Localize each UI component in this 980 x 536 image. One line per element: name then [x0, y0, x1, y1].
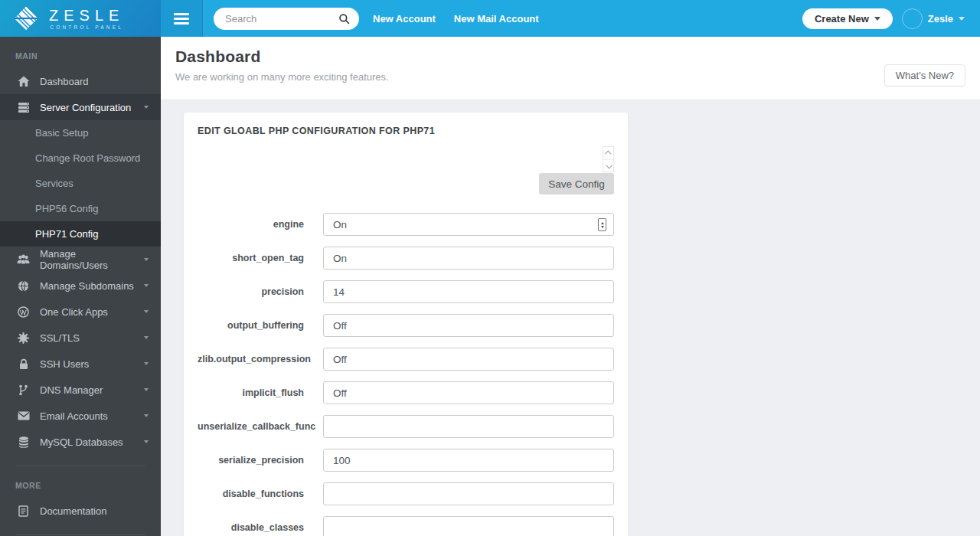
sidebar-item-server-configuration[interactable]: Server Configuration — [0, 94, 161, 120]
field-label: engine — [198, 219, 323, 230]
users-icon — [17, 253, 30, 266]
topbar-links: New Account New Mail Account — [373, 0, 539, 37]
page-header: Dashboard We are working on many more ex… — [161, 37, 980, 100]
field-label: disable_classes — [198, 522, 323, 533]
precision-input[interactable] — [323, 280, 614, 303]
field-label: output_buffering — [198, 320, 323, 331]
sidebar-item-ssh-users[interactable]: SSH Users — [0, 351, 161, 377]
form-row-disable-classes: disable_classes — [198, 516, 614, 536]
search-input[interactable] — [225, 13, 338, 25]
chevron-down-icon — [144, 336, 149, 339]
content: EDIT GLOABL PHP CONFIGURATION FOR PHP71 … — [161, 100, 980, 536]
hamburger-menu-icon[interactable] — [161, 0, 203, 37]
logo-title: ZESLE — [49, 8, 124, 23]
zlib-output-compression-input[interactable] — [323, 348, 614, 371]
disable-functions-input[interactable] — [323, 482, 614, 505]
php-config-form: engine short_open_tag precision — [198, 213, 614, 536]
certificate-badge-icon — [17, 332, 30, 345]
user-name: Zesle — [928, 13, 953, 25]
page-title: Dashboard — [175, 47, 980, 66]
chevron-down-icon — [144, 388, 149, 391]
page-subtitle: We are working on many more exciting fea… — [175, 71, 980, 83]
chevron-down-icon — [144, 440, 149, 443]
form-row-output-buffering: output_buffering — [198, 314, 614, 337]
output-buffering-input[interactable] — [323, 314, 614, 337]
form-row-unserialize-callback-func: unserialize_callback_func — [198, 415, 614, 438]
avatar[interactable] — [902, 8, 923, 29]
dns-fork-icon — [17, 384, 30, 397]
form-row-short-open-tag: short_open_tag — [198, 247, 614, 270]
form-row-zlib-output-compression: zlib.output_compression — [198, 348, 614, 371]
sidebar-subitem-change-root-password[interactable]: Change Root Password — [0, 145, 161, 171]
disable-classes-input[interactable] — [323, 516, 614, 536]
new-account-link[interactable]: New Account — [373, 13, 436, 25]
save-config-button[interactable]: Save Config — [539, 173, 614, 194]
sidebar-section-more: MORE — [0, 466, 161, 498]
server-icon — [17, 101, 30, 114]
sidebar-item-email-accounts[interactable]: Email Accounts — [0, 403, 161, 429]
sidebar-item-manage-domains-users[interactable]: Manage Domains/Users — [0, 247, 161, 273]
user-menu[interactable]: Zesle — [902, 8, 965, 29]
chevron-down-icon — [144, 258, 149, 261]
field-label: precision — [198, 286, 323, 297]
number-stepper-icon[interactable] — [598, 218, 606, 231]
engine-input[interactable] — [323, 213, 614, 236]
sidebar-item-ssl-tls[interactable]: SSL/TLS — [0, 325, 161, 351]
chevron-down-icon — [144, 284, 149, 287]
chevron-down-icon — [959, 17, 965, 21]
card-title: EDIT GLOABL PHP CONFIGURATION FOR PHP71 — [198, 126, 614, 136]
sidebar-item-documentation[interactable]: Documentation — [0, 498, 161, 524]
form-row-engine: engine — [198, 213, 614, 236]
topbar: ZESLE CONTROL PANEL New Account New Mail… — [0, 0, 980, 37]
envelope-icon — [17, 410, 30, 423]
logo[interactable]: ZESLE CONTROL PANEL — [0, 0, 161, 37]
field-label: zlib.output_compression — [198, 354, 323, 364]
chevron-down-icon — [144, 414, 149, 417]
lock-icon — [17, 358, 30, 371]
field-label: serialize_precision — [198, 455, 323, 466]
main-area: Dashboard We are working on many more ex… — [161, 37, 980, 536]
form-row-disable-functions: disable_functions — [198, 482, 614, 505]
sidebar-item-mysql-databases[interactable]: MySQL Databases — [0, 429, 161, 455]
sidebar-subitem-php71-config[interactable]: PHP71 Config — [0, 221, 161, 247]
sidebar-divider — [15, 534, 145, 535]
spinner-up-button[interactable] — [603, 147, 613, 159]
wordpress-icon — [17, 306, 30, 319]
sidebar-item-dashboard[interactable]: Dashboard — [0, 68, 161, 94]
scroll-spinner — [603, 146, 614, 172]
serialize-precision-input[interactable] — [323, 449, 614, 472]
sidebar-section-main: MAIN — [0, 37, 161, 68]
create-new-button[interactable]: Create New — [802, 8, 893, 29]
short-open-tag-input[interactable] — [323, 247, 614, 270]
document-icon — [17, 505, 30, 518]
form-row-precision: precision — [198, 280, 614, 303]
database-icon — [17, 436, 30, 449]
spinner-down-button[interactable] — [603, 159, 613, 172]
field-label: implicit_flush — [198, 387, 323, 398]
field-label: unserialize_callback_func — [198, 421, 323, 432]
field-label: short_open_tag — [198, 253, 323, 263]
whats-new-button[interactable]: What's New? — [884, 64, 965, 87]
chevron-down-icon — [144, 362, 149, 365]
implicit-flush-input[interactable] — [323, 381, 614, 404]
unserialize-callback-func-input[interactable] — [323, 415, 614, 438]
sidebar-item-one-click-apps[interactable]: One Click Apps — [0, 299, 161, 325]
field-label: disable_functions — [198, 489, 323, 499]
new-mail-account-link[interactable]: New Mail Account — [454, 13, 539, 25]
sidebar-subitem-services[interactable]: Services — [0, 171, 161, 196]
sidebar-item-manage-subdomains[interactable]: Manage Subdomains — [0, 273, 161, 299]
sidebar-subitem-basic-setup[interactable]: Basic Setup — [0, 120, 161, 145]
globe-icon — [17, 279, 30, 293]
logo-subtitle: CONTROL PANEL — [49, 25, 124, 30]
sidebar-item-dns-manager[interactable]: DNS Manager — [0, 377, 161, 403]
sidebar-subitem-php56-config[interactable]: PHP56 Config — [0, 196, 161, 221]
chevron-down-icon — [144, 106, 149, 109]
form-row-serialize-precision: serialize_precision — [198, 449, 614, 472]
chevron-down-icon — [874, 17, 880, 21]
chevron-down-icon — [144, 310, 149, 313]
home-icon — [17, 75, 30, 88]
search-box[interactable] — [214, 8, 359, 30]
php-config-card: EDIT GLOABL PHP CONFIGURATION FOR PHP71 … — [184, 113, 628, 536]
search-icon[interactable] — [338, 13, 350, 25]
zesle-diamond-icon — [12, 5, 40, 32]
